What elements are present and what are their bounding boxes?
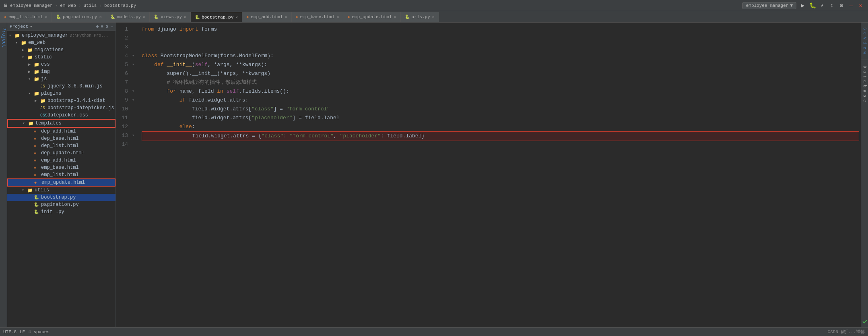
tab-models-label: models.py bbox=[117, 15, 141, 19]
code-line-8: for name, field in self.fields.items(): bbox=[142, 87, 861, 96]
tree-img-label: img bbox=[41, 69, 50, 75]
tree-bootstrap-dist[interactable]: ▶ 📁 bootstrap-3.4.1-dist bbox=[7, 97, 115, 104]
left-panel-strip: Project bbox=[0, 23, 7, 327]
close-tab-bootstrap[interactable]: ✕ bbox=[235, 15, 238, 20]
tab-bar: ◈ emp_list.html ✕ 🐍 pagination.py ✕ 🐍 mo… bbox=[0, 11, 868, 23]
close-tab-models[interactable]: ✕ bbox=[143, 15, 145, 19]
tree-dep-add[interactable]: ▶ ◈ dep_add.html bbox=[7, 128, 115, 135]
arrow-icon: ▾ bbox=[22, 188, 27, 193]
tree-plugins-label: plugins bbox=[41, 91, 61, 96]
tab-emp-update-label: emp_update.html bbox=[352, 15, 392, 19]
tab-emp-list[interactable]: ◈ emp_list.html ✕ bbox=[0, 12, 52, 22]
close-tab-views[interactable]: ✕ bbox=[184, 15, 186, 19]
tree-em-web[interactable]: ▾ 📁 em_web bbox=[7, 39, 115, 46]
tree-init-py[interactable]: ▶ 🐍 init .py bbox=[7, 208, 115, 216]
tab-models[interactable]: 🐍 models.py ✕ bbox=[106, 12, 150, 22]
tree-css[interactable]: ▶ 📁 css bbox=[7, 61, 115, 68]
tree-root[interactable]: ▾ 📁 employee_manager D:\Python_Pro... bbox=[7, 32, 115, 39]
folder2-name: utils bbox=[83, 3, 97, 8]
folder-icon: 📁 bbox=[40, 98, 47, 104]
html-file-icon: ◈ bbox=[34, 143, 40, 148]
minimize-icon[interactable]: — bbox=[847, 2, 855, 10]
tree-plugins[interactable]: ▾ 📁 plugins bbox=[7, 90, 115, 97]
folder-icon: 📁 bbox=[21, 40, 27, 46]
tab-views-label: views.py bbox=[161, 15, 182, 19]
py-file-icon: 🐍 bbox=[56, 15, 61, 19]
scm-icon[interactable]: S c V i e w bbox=[862, 24, 868, 57]
project-name: employee_manager bbox=[10, 3, 53, 8]
close-tab-emp-add[interactable]: ✕ bbox=[285, 15, 287, 19]
profile-icon[interactable]: ⚡ bbox=[818, 2, 826, 10]
project-panel-icon[interactable]: Project bbox=[0, 24, 7, 51]
tree-pagination-py[interactable]: ▶ 🐍 pagination.py bbox=[7, 201, 115, 208]
close-tab-emp-list[interactable]: ✕ bbox=[45, 15, 47, 19]
code-line-11: field.widget.attrs["placeholder"] = fiel… bbox=[142, 114, 861, 122]
title-bar: 🖥 employee_manager › em_web › utils › bo… bbox=[0, 0, 868, 11]
tree-datepicker-css[interactable]: ▶ CSS datepicker.css bbox=[7, 112, 115, 119]
close-tab-emp-base[interactable]: ✕ bbox=[336, 15, 339, 19]
arrow-icon: ▶ bbox=[28, 69, 34, 74]
code-line-3 bbox=[142, 43, 861, 52]
code-line-14 bbox=[142, 141, 861, 150]
tree-dep-update-label: dep_update.html bbox=[41, 150, 85, 156]
html-file-icon: ◈ bbox=[34, 158, 40, 163]
tab-emp-add[interactable]: ◈ emp_add.html ✕ bbox=[242, 12, 291, 22]
tree-bootstrap-py-label: bootstrap.py bbox=[41, 195, 76, 200]
tab-bootstrap[interactable]: 🐍 bootstrap.py ✕ bbox=[191, 12, 242, 22]
tab-emp-update[interactable]: ◈ emp_update.html ✕ bbox=[343, 12, 400, 22]
sidebar-project-label: Project bbox=[10, 24, 28, 29]
tree-static[interactable]: ▾ 📁 static bbox=[7, 54, 115, 61]
tree-utils[interactable]: ▾ 📁 utils bbox=[7, 187, 115, 194]
html-file-icon: ◈ bbox=[34, 165, 40, 170]
tab-emp-base[interactable]: ◈ emp_base.html ✕ bbox=[292, 12, 344, 22]
tree-dep-update[interactable]: ▶ ◈ dep_update.html bbox=[7, 149, 115, 157]
encoding-label: UTF-8 bbox=[3, 330, 16, 334]
tree-img[interactable]: ▶ 📁 img bbox=[7, 68, 115, 75]
tree-emp-list-html-label: emp_list.html bbox=[41, 172, 79, 178]
folder-icon: 📁 bbox=[34, 91, 40, 96]
tree-templates[interactable]: ▾ 📁 templates bbox=[7, 119, 115, 128]
tree-migrations[interactable]: ▶ 📁 migrations bbox=[7, 46, 115, 54]
tree-datepicker-css-label: datepicker.css bbox=[47, 112, 88, 118]
database-icon[interactable]: D a t a b a s e bbox=[862, 62, 868, 105]
app-icon: 🖥 bbox=[3, 3, 8, 8]
tree-emp-list-html[interactable]: ▶ ◈ emp_list.html bbox=[7, 171, 115, 178]
code-line-6: super().__init__(*args, **kwargs) bbox=[142, 69, 861, 78]
git-icon[interactable]: ↕ bbox=[828, 2, 836, 10]
tree-jquery[interactable]: ▶ JS jquery-3.6.0.min.js bbox=[7, 83, 115, 90]
tab-emp-base-label: emp_base.html bbox=[300, 15, 335, 19]
close-tab-urls[interactable]: ✕ bbox=[432, 15, 435, 19]
tree-bootstrap-py[interactable]: ▶ 🐍 bootstrap.py bbox=[7, 194, 115, 201]
editor-area: 1 2 3 4 5 6 7 8 9 10 11 12 13 14 ▾ bbox=[116, 23, 861, 327]
tree-emp-update-html[interactable]: ▶ ◈ emp_update.html bbox=[7, 178, 115, 187]
tab-pagination[interactable]: 🐍 pagination.py ✕ bbox=[52, 12, 106, 22]
close-icon[interactable]: ✕ bbox=[857, 2, 865, 10]
folder-icon: 📁 bbox=[27, 48, 34, 53]
folder-icon: 📁 bbox=[27, 55, 34, 60]
tab-views[interactable]: 🐍 views.py ✕ bbox=[150, 12, 191, 22]
tree-emp-base-html[interactable]: ▶ ◈ emp_base.html bbox=[7, 164, 115, 171]
debug-icon[interactable]: 🐛 bbox=[808, 2, 816, 10]
chevron-icon: ▾ bbox=[30, 24, 32, 29]
js-file-icon: JS bbox=[40, 106, 47, 110]
tree-dep-add-label: dep_add.html bbox=[41, 129, 76, 134]
tree-bootstrap-dist-label: bootstrap-3.4.1-dist bbox=[47, 98, 105, 104]
tree-js[interactable]: ▾ 📁 js bbox=[7, 75, 115, 83]
project-dropdown[interactable]: employee_manager ▼ bbox=[742, 2, 796, 9]
tab-urls[interactable]: 🐍 urls.py ✕ bbox=[401, 12, 439, 22]
close-tab-pagination[interactable]: ✕ bbox=[99, 15, 102, 19]
settings-icon[interactable]: ⚙ bbox=[837, 2, 845, 10]
close-tab-emp-update[interactable]: ✕ bbox=[394, 15, 396, 19]
code-editor[interactable]: 1 2 3 4 5 6 7 8 9 10 11 12 13 14 ▾ bbox=[116, 23, 861, 327]
tree-emp-add-html[interactable]: ▶ ◈ emp_add.html bbox=[7, 157, 115, 164]
tree-bootstrap-datepicker-js[interactable]: ▶ JS bootstrap-datepicker.js bbox=[7, 104, 115, 112]
right-strip: S c V i e w D a t a b a s e bbox=[861, 23, 868, 327]
arrow-icon: ▾ bbox=[22, 55, 27, 60]
code-content[interactable]: from django import forms class Bootstrap… bbox=[138, 24, 861, 326]
run-icon[interactable]: ▶ bbox=[799, 2, 807, 10]
tree-dep-list[interactable]: ▶ ◈ dep_list.html bbox=[7, 142, 115, 149]
tree-dep-base[interactable]: ▶ ◈ dep_base.html bbox=[7, 135, 115, 142]
js-file-icon: JS bbox=[40, 84, 47, 89]
line-numbers: 1 2 3 4 5 6 7 8 9 10 11 12 13 14 bbox=[116, 24, 132, 326]
line-ending-label: LF bbox=[20, 330, 25, 334]
